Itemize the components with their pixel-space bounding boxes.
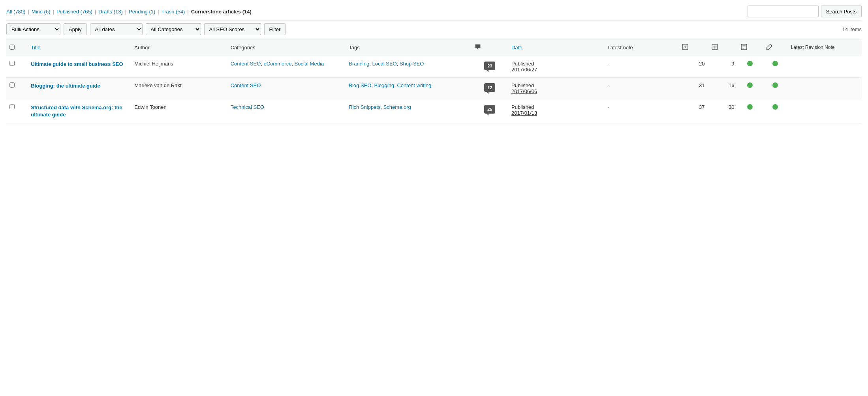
- search-posts-button[interactable]: Search Posts: [821, 6, 862, 17]
- tag-link-blog-seo-2[interactable]: Blog SEO: [349, 82, 371, 88]
- td-title-3: Structured data with Schema.org: the ult…: [28, 99, 131, 123]
- td-author-2: Marieke van de Rakt: [131, 78, 227, 99]
- toolbar: Bulk Actions Edit Move to Trash Apply Al…: [6, 21, 862, 37]
- num2-value-1: 9: [731, 61, 734, 67]
- filter-links: All (780) | Mine (6) | Published (765) |…: [6, 9, 252, 15]
- td-revision-1: [788, 56, 862, 78]
- num1-value-3: 37: [699, 104, 705, 110]
- th-title-link[interactable]: Title: [31, 45, 40, 50]
- td-categories-3: Technical SEO: [227, 99, 346, 123]
- td-categories-1: Content SEO, eCommerce, Social Media: [227, 56, 346, 78]
- filter-all[interactable]: All (780): [6, 9, 25, 15]
- td-comments-1: 23: [472, 56, 509, 78]
- td-dot1-1: [737, 56, 763, 78]
- comment-count-2[interactable]: 12: [484, 83, 495, 92]
- th-checkbox: [6, 39, 28, 56]
- td-num1-1: 20: [678, 56, 708, 78]
- tag-link-shop-seo-1[interactable]: Shop SEO: [400, 61, 424, 67]
- checklist-icon: [740, 43, 748, 50]
- td-revision-3: [788, 99, 862, 123]
- tag-link-blogging-2[interactable]: Blogging: [374, 82, 395, 88]
- tag-link-branding-1[interactable]: Branding: [349, 61, 369, 67]
- green-dot-2a: [747, 82, 753, 88]
- filter-button[interactable]: Filter: [264, 23, 286, 35]
- cat-link-content-seo-1[interactable]: Content SEO: [231, 61, 261, 67]
- export-icon: [682, 43, 689, 50]
- td-categories-2: Content SEO: [227, 78, 346, 99]
- th-title: Title: [28, 39, 131, 56]
- num2-value-3: 30: [729, 104, 734, 110]
- date-status-1: Published: [511, 61, 534, 67]
- td-tags-3: Rich Snippets, Schema.org: [346, 99, 471, 123]
- comment-count-3[interactable]: 25: [484, 105, 495, 114]
- tag-link-rich-snippets-3[interactable]: Rich Snippets: [349, 104, 380, 110]
- table-row: Blogging: the ultimate guide Marieke van…: [6, 78, 862, 99]
- tag-link-content-writing-2[interactable]: Content writing: [397, 82, 431, 88]
- sep4: |: [125, 9, 126, 15]
- cat-link-content-seo-2[interactable]: Content SEO: [231, 82, 261, 88]
- green-dot-1a: [747, 61, 753, 66]
- td-num2-3: 30: [708, 99, 738, 123]
- seo-scores-select[interactable]: All SEO Scores Good OK Bad: [204, 23, 261, 35]
- td-date-3: Published 2017/01/13: [508, 99, 604, 123]
- td-checkbox-3: [6, 99, 28, 123]
- row-checkbox-2[interactable]: [9, 82, 15, 88]
- green-dot-2b: [772, 82, 778, 88]
- categories-select[interactable]: All Categories Content SEO Technical SEO: [146, 23, 201, 35]
- th-icon4: [763, 39, 788, 56]
- post-title-link-1[interactable]: Ultimate guide to small business SEO: [31, 61, 128, 68]
- filter-drafts[interactable]: Drafts (13): [98, 9, 122, 15]
- filter-pending[interactable]: Pending (1): [129, 9, 155, 15]
- td-dot1-3: [737, 99, 763, 123]
- row-checkbox-3[interactable]: [9, 104, 15, 109]
- td-author-3: Edwin Toonen: [131, 99, 227, 123]
- num1-value-2: 31: [699, 82, 705, 88]
- date-value-2: 2017/06/06: [511, 88, 537, 94]
- note-dash-1: -: [607, 61, 609, 67]
- sep5: |: [158, 9, 159, 15]
- table-row: Ultimate guide to small business SEO Mic…: [6, 56, 862, 78]
- td-note-1: -: [604, 56, 678, 78]
- select-all-checkbox[interactable]: [9, 45, 15, 50]
- td-comments-3: 25: [472, 99, 509, 123]
- cat-link-social-media-1[interactable]: Social Media: [295, 61, 324, 67]
- filter-mine[interactable]: Mine (6): [32, 9, 51, 15]
- td-revision-2: [788, 78, 862, 99]
- date-status-3: Published: [511, 104, 534, 110]
- th-date: Date: [508, 39, 604, 56]
- th-date-link[interactable]: Date: [511, 45, 522, 50]
- comment-icon: [475, 44, 481, 50]
- cat-link-ecommerce-1[interactable]: eCommerce: [264, 61, 292, 67]
- th-author: Author: [131, 39, 227, 56]
- filter-cornerstone: Cornerstone articles (14): [191, 9, 252, 15]
- search-input[interactable]: [748, 6, 819, 17]
- dates-select[interactable]: All dates June 2017 January 2017: [90, 23, 143, 35]
- tag-link-schema-3[interactable]: Schema.org: [383, 104, 411, 110]
- row-checkbox-1[interactable]: [9, 61, 15, 66]
- bulk-actions-select[interactable]: Bulk Actions Edit Move to Trash: [6, 23, 60, 35]
- td-date-1: Published 2017/06/27: [508, 56, 604, 78]
- td-dot2-1: [763, 56, 788, 78]
- table-row: Structured data with Schema.org: the ult…: [6, 99, 862, 123]
- td-note-2: -: [604, 78, 678, 99]
- note-dash-3: -: [607, 104, 609, 110]
- post-title-link-3[interactable]: Structured data with Schema.org: the ult…: [31, 104, 128, 118]
- th-icon2: [708, 39, 738, 56]
- apply-button[interactable]: Apply: [64, 23, 87, 35]
- td-num1-2: 31: [678, 78, 708, 99]
- th-icon3: [737, 39, 763, 56]
- td-tags-1: Branding, Local SEO, Shop SEO: [346, 56, 471, 78]
- post-title-link-2[interactable]: Blogging: the ultimate guide: [31, 82, 128, 90]
- author-name-1: Michiel Heijmans: [134, 61, 173, 67]
- td-checkbox-2: [6, 78, 28, 99]
- item-count: 14 items: [842, 26, 862, 32]
- filter-trash[interactable]: Trash (54): [162, 9, 185, 15]
- tag-link-local-seo-1[interactable]: Local SEO: [372, 61, 397, 67]
- cat-link-technical-seo-3[interactable]: Technical SEO: [231, 104, 264, 110]
- td-author-1: Michiel Heijmans: [131, 56, 227, 78]
- table-header-row: Title Author Categories Tags Date Latest…: [6, 39, 862, 56]
- author-name-2: Marieke van de Rakt: [134, 82, 181, 88]
- comment-count-1[interactable]: 23: [484, 62, 495, 70]
- date-value-3: 2017/01/13: [511, 110, 537, 116]
- filter-published[interactable]: Published (765): [56, 9, 92, 15]
